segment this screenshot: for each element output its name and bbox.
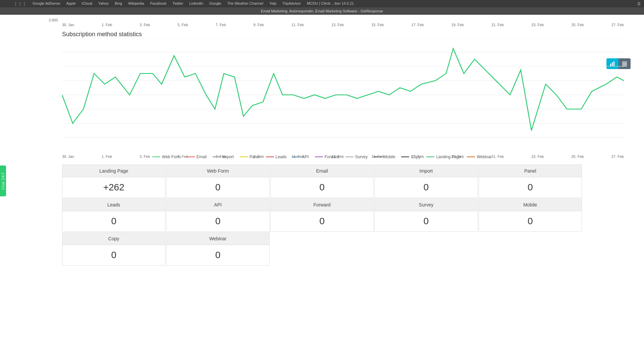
bookmark-bing[interactable]: Bing [115,1,122,6]
browser-bar: ⋮⋮⋮ Google AdSense Apple iCloud Yahoo Bi… [0,0,644,7]
stat-label-email: Email [271,165,373,177]
chat-label[interactable]: Chat 24/7 [1,172,5,190]
section-title: Subscription method statistics [0,27,644,38]
stat-label-copy: Copy [62,233,165,245]
stat-value-webinar: 0 [166,245,269,265]
stat-label-leads: Leads [62,199,165,211]
bookmark-weather[interactable]: The Weather Channel [227,1,263,6]
stat-value-panel: 0 [479,177,582,197]
stat-value-web-form: 0 [166,177,269,197]
stat-value-leads: 0 [62,211,165,231]
bookmarks-bar[interactable]: ⋮⋮⋮ Google AdSense Apple iCloud Yahoo Bi… [13,1,354,6]
subscription-chart: 14 12 10 8 6 4 2 0 30. Jan 1. Feb 3. Feb… [62,38,624,152]
stat-card-landing-page: Landing Page +262 [62,165,165,198]
stat-label-import: Import [375,165,477,177]
stat-card-leads: Leads 0 [62,198,165,232]
bookmark-yelp[interactable]: Yelp [269,1,276,6]
stat-value-mobile: 0 [479,211,582,231]
stats-grid-row2: Leads 0 API 0 Forward 0 Survey 0 Mobile … [62,198,582,232]
bookmark-wikipedia[interactable]: Wikipedia [128,1,144,6]
stat-card-email: Email 0 [270,165,374,198]
page-title: Email Marketing, Autoresponder, Email Ma… [261,9,383,13]
stat-label-panel: Panel [479,165,582,177]
stat-value-survey: 0 [375,211,477,231]
stat-label-api: API [166,199,269,211]
y-axis-top-label: 3,900 [49,18,58,22]
stat-value-forward: 0 [271,211,373,231]
bookmark-twitter[interactable]: Twitter [172,1,183,6]
stat-value-import: 0 [375,177,477,197]
bookmark-apps[interactable]: ⋮⋮⋮ [13,1,26,6]
stat-card-webinar: Webinar 0 [166,232,269,265]
stat-card-web-form: Web Form 0 [166,165,269,198]
stats-grid-row3: Copy 0 Webinar 0 [62,232,582,265]
line-chart-svg: 14 12 10 8 6 4 2 0 [62,38,624,152]
stat-label-forward: Forward [271,199,373,211]
stat-label-mobile: Mobile [479,199,582,211]
bookmark-linkedin[interactable]: LinkedIn [189,1,203,6]
stat-card-api: API 0 [166,198,269,232]
stat-card-mobile: Mobile 0 [479,198,582,232]
bookmark-facebook[interactable]: Facebook [150,1,166,6]
stat-card-import: Import 0 [374,165,478,198]
stat-value-email: 0 [271,177,373,197]
main-content: 3,900 30. Jan 1. Feb 3. Feb 5. Feb 7. Fe… [0,15,644,265]
bookmark-yahoo[interactable]: Yahoo [98,1,109,6]
stat-value-landing-page: +262 [62,177,165,197]
stat-card-survey: Survey 0 [374,198,478,232]
stat-card-forward: Forward 0 [270,198,374,232]
browser-menu-icon[interactable]: ☰ [637,2,641,6]
address-bar: Email Marketing, Autoresponder, Email Ma… [0,7,644,15]
stat-value-api: 0 [166,211,269,231]
stat-card-copy: Copy 0 [62,232,165,265]
stat-card-panel: Panel 0 [479,165,582,198]
bookmark-google[interactable]: Google [209,1,221,6]
x-axis-bottom: 30. Jan 1. Feb 3. Feb 5. Feb 7. Feb 9. F… [62,155,624,159]
stat-label-web-form: Web Form [166,165,269,177]
x-axis-top: 30. Jan 1. Feb 3. Feb 5. Feb 7. Feb 9. F… [62,23,624,27]
stat-label-landing-page: Landing Page [62,165,165,177]
bookmark-google-adsense[interactable]: Google AdSense [33,1,60,6]
chat-sidebar[interactable]: Chat 24/7 [0,166,6,196]
bookmark-mcdu[interactable]: MCDU | Climb ...tion 14.5.21 [307,1,354,6]
bookmark-icloud[interactable]: iCloud [82,1,92,6]
bookmark-tripadvisor[interactable]: TripAdvisor [282,1,301,6]
bookmark-apple[interactable]: Apple [66,1,76,6]
stat-label-survey: Survey [375,199,477,211]
stat-label-webinar: Webinar [166,233,269,245]
stat-value-copy: 0 [62,245,165,265]
stats-grid-row1: Landing Page +262 Web Form 0 Email 0 Imp… [62,165,582,198]
